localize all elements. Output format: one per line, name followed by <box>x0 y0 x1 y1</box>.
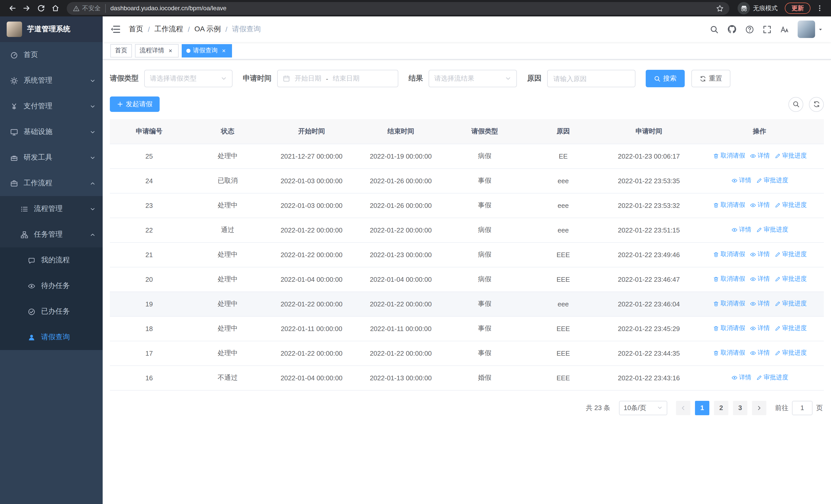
user-menu[interactable] <box>798 21 823 38</box>
progress-action-label: 审批进度 <box>782 324 807 333</box>
page-size-select[interactable]: 10条/页 <box>619 401 667 415</box>
search-icon[interactable] <box>710 25 719 34</box>
edit-icon <box>775 202 781 208</box>
github-icon[interactable] <box>727 25 737 34</box>
next-page-button[interactable] <box>752 401 766 415</box>
help-icon[interactable] <box>745 25 754 34</box>
user-icon <box>28 333 35 341</box>
progress-action[interactable]: 审批进度 <box>775 201 807 210</box>
browser-update-button[interactable]: 更新 <box>785 3 810 14</box>
back-icon <box>8 4 17 12</box>
progress-action[interactable]: 审批进度 <box>775 152 807 160</box>
cell-end: 2022-01-13 00:00:00 <box>356 365 446 390</box>
detail-action[interactable]: 详情 <box>750 299 770 308</box>
tab-0[interactable]: 首页 <box>110 44 132 57</box>
sidebar-item-3[interactable]: 基础设施 <box>0 119 103 145</box>
browser-menu-button[interactable] <box>813 1 826 16</box>
detail-action[interactable]: 详情 <box>732 226 751 234</box>
sidebar-item-1[interactable]: 系统管理 <box>0 68 103 93</box>
sidebar-item-10[interactable]: 已办任务 <box>0 299 103 324</box>
sidebar-toggle-button[interactable] <box>110 24 121 34</box>
cell-status: 处理中 <box>189 193 267 217</box>
breadcrumb-separator: / <box>148 25 150 33</box>
sidebar-item-6[interactable]: 流程管理 <box>0 196 103 222</box>
detail-action[interactable]: 详情 <box>750 201 770 210</box>
browser-home-button[interactable] <box>48 1 63 16</box>
page-button-1[interactable]: 1 <box>695 401 709 415</box>
cell-id: 18 <box>110 316 189 341</box>
detail-action[interactable]: 详情 <box>750 275 770 284</box>
page-button-2[interactable]: 2 <box>714 401 728 415</box>
cell-reason: EEE <box>524 242 603 267</box>
progress-action[interactable]: 审批进度 <box>756 374 789 382</box>
sidebar-item-8[interactable]: 我的流程 <box>0 247 103 273</box>
sidebar-item-11[interactable]: 请假查询 <box>0 324 103 350</box>
breadcrumb-item[interactable]: 首页 <box>129 25 143 34</box>
detail-action[interactable]: 详情 <box>750 324 770 333</box>
leave-type-select[interactable]: 请选择请假类型 <box>144 70 232 87</box>
sidebar-item-0[interactable]: 首页 <box>0 42 103 68</box>
tab-2[interactable]: 请假查询× <box>182 44 232 57</box>
refresh-table-button[interactable] <box>809 97 824 112</box>
cancel-action[interactable]: 取消请假 <box>713 275 745 284</box>
sidebar-item-7[interactable]: 任务管理 <box>0 222 103 247</box>
detail-action-label: 详情 <box>757 349 770 357</box>
sidebar-logo[interactable]: 芋道管理系统 <box>0 17 103 42</box>
detail-action[interactable]: 详情 <box>750 349 770 357</box>
sidebar-item-4[interactable]: 研发工具 <box>0 145 103 170</box>
detail-action[interactable]: 详情 <box>732 176 751 185</box>
close-icon[interactable]: × <box>220 47 227 54</box>
page-button-3[interactable]: 3 <box>733 401 747 415</box>
date-range-picker[interactable]: 开始日期 - 结束日期 <box>277 70 398 87</box>
breadcrumb-item[interactable]: 工作流程 <box>154 25 183 34</box>
progress-action[interactable]: 审批进度 <box>775 349 807 357</box>
tab-1[interactable]: 流程详情× <box>135 44 179 57</box>
detail-action[interactable]: 详情 <box>750 250 770 259</box>
result-select[interactable]: 请选择流结果 <box>429 70 517 87</box>
reason-input[interactable] <box>547 70 635 87</box>
prev-page-button[interactable] <box>676 401 690 415</box>
search-button[interactable]: 搜索 <box>646 70 685 87</box>
table-row: 18处理中2022-01-11 00:00:002022-01-11 00:00… <box>110 316 824 341</box>
detail-action[interactable]: 详情 <box>750 152 770 160</box>
close-icon[interactable]: × <box>167 47 174 54</box>
breadcrumb: 首页/工作流程/OA 示例/请假查询 <box>129 25 261 34</box>
sidebar-item-2[interactable]: 支付管理 <box>0 93 103 119</box>
cancel-action[interactable]: 取消请假 <box>713 349 745 357</box>
progress-action[interactable]: 审批进度 <box>756 176 789 185</box>
progress-action[interactable]: 审批进度 <box>775 250 807 259</box>
cell-id: 22 <box>110 217 189 242</box>
browser-back-button[interactable] <box>5 1 20 16</box>
progress-action[interactable]: 审批进度 <box>775 275 807 284</box>
sidebar-item-9[interactable]: 待办任务 <box>0 273 103 299</box>
breadcrumb-item[interactable]: OA 示例 <box>195 25 221 34</box>
fullscreen-icon[interactable] <box>763 25 771 34</box>
page-content: 请假类型 请选择请假类型 申请时间 开始日期 - 结束日期 <box>103 60 831 504</box>
breadcrumb-item: 请假查询 <box>232 25 261 34</box>
cell-status: 已取消 <box>189 168 267 193</box>
detail-action-label: 详情 <box>739 226 751 234</box>
cancel-action[interactable]: 取消请假 <box>713 152 745 160</box>
goto-page-input[interactable] <box>792 401 812 415</box>
browser-reload-button[interactable] <box>34 1 48 16</box>
detail-action[interactable]: 详情 <box>732 374 751 382</box>
create-leave-button[interactable]: 发起请假 <box>110 96 160 112</box>
reset-button[interactable]: 重置 <box>691 70 730 87</box>
toggle-search-button[interactable] <box>789 97 803 112</box>
site-security-chip[interactable]: 不安全 <box>73 4 106 12</box>
progress-action[interactable]: 审批进度 <box>775 299 807 308</box>
table-row: 16不通过2022-01-04 00:00:002022-01-13 00:00… <box>110 365 824 390</box>
cancel-action-label: 取消请假 <box>721 299 745 308</box>
cancel-action[interactable]: 取消请假 <box>713 299 745 308</box>
address-bar[interactable]: 不安全 dashboard.yudao.iocoder.cn/bpm/oa/le… <box>67 2 729 14</box>
cell-reason: eee <box>524 217 603 242</box>
cancel-action[interactable]: 取消请假 <box>713 250 745 259</box>
cancel-action[interactable]: 取消请假 <box>713 324 745 333</box>
cancel-action[interactable]: 取消请假 <box>713 201 745 210</box>
font-size-icon[interactable] <box>780 25 789 34</box>
progress-action[interactable]: 审批进度 <box>756 226 789 234</box>
bookmark-star-button[interactable] <box>713 2 726 15</box>
sidebar-item-5[interactable]: 工作流程 <box>0 170 103 196</box>
browser-forward-button[interactable] <box>20 1 34 16</box>
progress-action[interactable]: 审批进度 <box>775 324 807 333</box>
